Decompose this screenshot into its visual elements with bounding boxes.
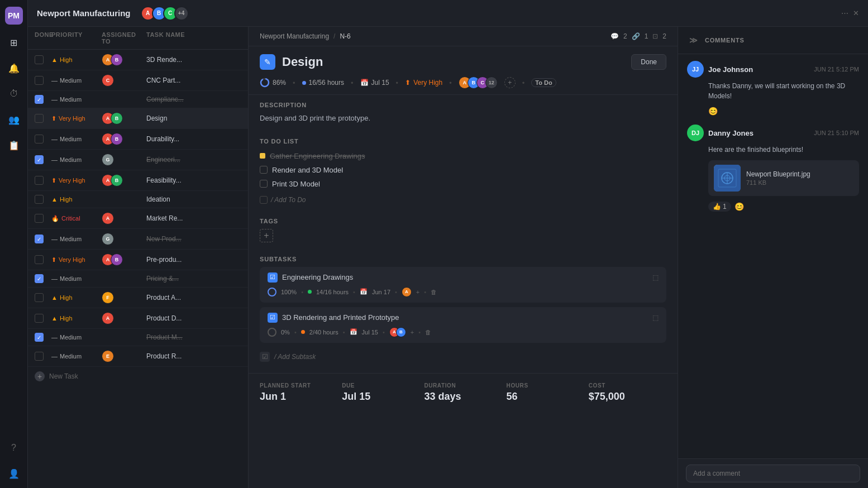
priority-badge: —Medium: [51, 275, 102, 282]
table-row[interactable]: —Medium AB Durability...: [28, 129, 248, 150]
subtask-progress: 0%: [281, 329, 290, 336]
task-checkbox[interactable]: [35, 293, 44, 302]
delete-icon[interactable]: 🗑: [425, 329, 431, 336]
table-row[interactable]: ⬆Very High AB Feasibility...: [28, 170, 248, 191]
emoji-react-button[interactable]: 😊: [735, 202, 744, 211]
subtasks-count: 2: [662, 32, 666, 40]
cost-stat: COST $75,000: [589, 382, 666, 403]
subtask-name[interactable]: Engineering Drawings: [282, 273, 353, 281]
sidebar-user-icon[interactable]: 👤: [6, 466, 22, 481]
assignee-avatars: G: [102, 233, 146, 245]
task-checkbox[interactable]: [35, 76, 44, 85]
reaction-button[interactable]: 👍 1: [708, 202, 731, 212]
task-checkbox[interactable]: [35, 255, 44, 264]
sidebar-docs-icon[interactable]: 📋: [6, 137, 22, 153]
delete-icon[interactable]: 🗑: [431, 289, 437, 295]
task-checkbox[interactable]: ✓: [35, 95, 44, 104]
sidebar-time-icon[interactable]: ⏱: [6, 86, 22, 102]
task-checkbox[interactable]: ✓: [35, 155, 44, 164]
task-checkbox[interactable]: ✓: [35, 333, 44, 342]
duration-label: DURATION: [424, 382, 502, 389]
task-table-header: DONE PRIORITY ASSIGNED TO TASK NAME: [28, 27, 248, 50]
subtask-assignees: A B: [389, 327, 406, 337]
task-checkbox[interactable]: [35, 176, 44, 185]
sidebar-help-icon[interactable]: ?: [6, 440, 22, 456]
duration-stat: DURATION 33 days: [424, 382, 502, 403]
breadcrumb-project[interactable]: Newport Manufacturing: [260, 32, 329, 40]
assignee-avatars: E: [102, 350, 146, 362]
todo-item[interactable]: Print 3D Model: [260, 177, 666, 191]
comment-header: DJ Danny Jones JUN 21 5:10 PM: [687, 125, 859, 141]
subtask-progress-ring: [268, 328, 276, 337]
priority-badge: ⬆Very High: [51, 256, 102, 264]
table-row[interactable]: ▲High AB 3D Rende...: [28, 50, 248, 70]
due-stat: DUE Jul 15: [342, 382, 419, 403]
table-row[interactable]: ✓ —Medium G New Prod...: [28, 229, 248, 250]
comment-item: JJ Joe Johnson JUN 21 5:12 PM Thanks Dan…: [687, 61, 859, 116]
sidebar-notifications-icon[interactable]: 🔔: [6, 60, 22, 76]
add-assignee-button[interactable]: +: [504, 77, 516, 88]
more-icon[interactable]: ⋯: [841, 9, 848, 17]
task-checkbox[interactable]: [35, 214, 44, 223]
reaction-count: 1: [723, 203, 727, 210]
todo-checkbox[interactable]: [260, 166, 268, 174]
priority-badge: ▲High: [51, 294, 102, 301]
done-button[interactable]: Done: [631, 54, 666, 70]
table-row[interactable]: ✓ —Medium Complianc...: [28, 91, 248, 108]
description-label: DESCRIPTION: [260, 102, 666, 108]
add-task-button[interactable]: + New Task: [28, 367, 248, 386]
add-assignee-icon[interactable]: +: [416, 289, 419, 295]
priority-badge: —Medium: [51, 77, 102, 84]
comments-panel: ≫ COMMENTS JJ Joe Johnson JUN 21 5:12 PM…: [678, 27, 868, 488]
todo-item[interactable]: Render and 3D Model: [260, 163, 666, 177]
subtask-name[interactable]: 3D Rendering and Printed Prototype: [282, 313, 399, 322]
external-link-icon[interactable]: ⬚: [652, 274, 659, 281]
tags-section: TAGS +: [249, 213, 678, 249]
task-checkbox[interactable]: [35, 55, 44, 64]
todo-checkbox[interactable]: [260, 180, 268, 188]
todo-item[interactable]: Gather Engineering Drawings: [260, 149, 666, 163]
app-logo[interactable]: PM: [5, 7, 23, 25]
sidebar-people-icon[interactable]: 👥: [6, 112, 22, 127]
calendar-icon: 📅: [360, 79, 369, 87]
emoji-react-button[interactable]: 😊: [708, 107, 718, 116]
collapse-icon[interactable]: ≫: [687, 34, 700, 47]
add-subtask-button[interactable]: ☑ / Add Subtask: [260, 347, 666, 366]
subtask-due: Jun 17: [372, 289, 390, 295]
task-name: 3D Rende...: [146, 56, 241, 64]
task-checkbox[interactable]: [35, 352, 44, 361]
table-row[interactable]: ⬆Very High AB Design: [28, 108, 248, 129]
table-row[interactable]: ✓ —Medium Product M...: [28, 329, 248, 346]
add-tag-button[interactable]: +: [260, 229, 273, 242]
sidebar-home-icon[interactable]: ⊞: [6, 35, 22, 50]
close-icon[interactable]: ✕: [853, 9, 859, 17]
task-name: Complianc...: [146, 95, 241, 103]
task-checkbox[interactable]: [35, 314, 44, 323]
table-row[interactable]: —Medium E Product R...: [28, 346, 248, 367]
table-row[interactable]: 🔥Critical A Market Re...: [28, 208, 248, 229]
task-checkbox[interactable]: [35, 195, 44, 204]
add-assignee-icon[interactable]: +: [411, 329, 414, 336]
table-row[interactable]: —Medium C CNC Part...: [28, 70, 248, 91]
add-todo-button[interactable]: / Add To Do: [260, 193, 666, 207]
table-row[interactable]: ▲High F Product A...: [28, 288, 248, 308]
col-done: DONE: [35, 31, 51, 45]
task-checkbox[interactable]: [35, 135, 44, 143]
table-row[interactable]: ✓ —Medium G Engineeri...: [28, 150, 248, 170]
table-row[interactable]: ✓ —Medium Pricing &...: [28, 270, 248, 288]
external-link-icon[interactable]: ⬚: [652, 314, 659, 322]
task-checkbox[interactable]: ✓: [35, 274, 44, 283]
comment-input[interactable]: [686, 465, 860, 482]
table-row[interactable]: ▲High A Product D...: [28, 308, 248, 329]
comment-input-area: [678, 458, 868, 488]
table-row[interactable]: ▲High Ideation: [28, 191, 248, 208]
subtask-hours: 14/16 hours: [316, 289, 349, 295]
hours-dot: [302, 81, 306, 85]
comment-author: Danny Jones: [708, 129, 753, 137]
links-count: 1: [645, 32, 648, 40]
task-checkbox[interactable]: [35, 114, 44, 123]
task-checkbox[interactable]: ✓: [35, 235, 44, 243]
attachment[interactable]: Newport Blueprint.jpg 711 KB: [708, 160, 859, 196]
table-row[interactable]: ⬆Very High AB Pre-produ...: [28, 250, 248, 270]
footer-stats: PLANNED START Jun 1 DUE Jul 15 DURATION …: [249, 373, 678, 412]
